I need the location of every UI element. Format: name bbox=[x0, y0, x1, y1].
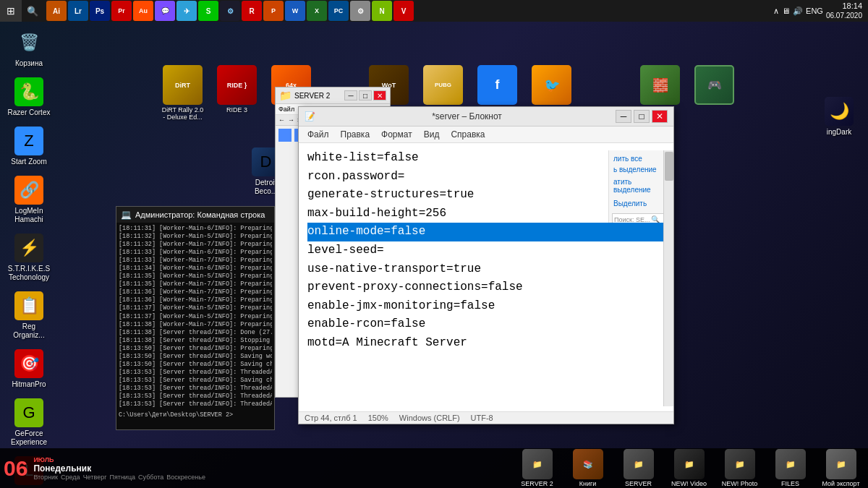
taskbar-app-r[interactable]: R bbox=[242, 1, 262, 21]
notepad-line-3: max-build-height=256 bbox=[307, 205, 665, 223]
icon-misc-right[interactable]: 🎮 bbox=[691, 65, 738, 106]
notepad-line-10: motd=A Minecraft Server bbox=[307, 334, 665, 353]
taskbar-app-prem[interactable]: Pr bbox=[111, 1, 132, 21]
icon-minecraft-char[interactable]: 🧱 bbox=[637, 65, 684, 106]
notepad-maximize-btn[interactable]: □ bbox=[634, 110, 650, 123]
nightdark-label: ingDark bbox=[827, 128, 851, 137]
explorer-maximize-btn[interactable]: □ bbox=[359, 90, 372, 100]
desktop-icon-razer[interactable]: 🐍 Razer Cortex bbox=[4, 74, 54, 120]
notepad-menu-view[interactable]: Вид bbox=[418, 128, 446, 141]
notepad-scroll-thumb bbox=[665, 152, 673, 181]
desktop-icons-left: 🗑️ Корзина 🐍 Razer Cortex Z Start Zoom 🔗… bbox=[4, 25, 54, 488]
strikes-label: S.T.R.I.K.E.S Techonology bbox=[7, 265, 51, 282]
ride-icon: RIDE } bbox=[217, 65, 257, 105]
tray-speaker[interactable]: 🔊 bbox=[793, 7, 803, 16]
taskbar-app-discord[interactable]: 💬 bbox=[155, 1, 175, 21]
day-saturday: Суббота bbox=[138, 474, 163, 481]
taskbar-apps: Ai Lr Ps Pr Au 💬 ✈ S ⚙ R P W X PC ⚙ N V bbox=[46, 1, 414, 21]
cmd-line-15: [18:13:50] [Server thread/INFO]: Prepari… bbox=[119, 345, 272, 353]
bottom-export-icon: 📁 bbox=[826, 449, 856, 479]
notepad-close-btn[interactable]: ✕ bbox=[652, 110, 668, 123]
start-button[interactable]: ⊞ bbox=[0, 0, 22, 22]
taskbar-app-word[interactable]: W bbox=[285, 1, 305, 21]
notepad-menu-help[interactable]: Справка bbox=[445, 128, 490, 141]
taskbar-app-ai[interactable]: Ai bbox=[46, 1, 67, 21]
game-icon-ride[interactable]: RIDE } RIDE 3 bbox=[213, 65, 260, 121]
desktop-icon-hitman[interactable]: 🎯 HitmanPro bbox=[4, 346, 54, 392]
taskbar-app-pc[interactable]: PC bbox=[328, 1, 349, 21]
bottom-icon-newvideo[interactable]: 📁 NEW! Video bbox=[665, 449, 712, 487]
cmd-line-1: [18:11:32] [Worker-Main-5/INFO]: Prepari… bbox=[119, 233, 272, 241]
taskbar-app-skype[interactable]: S bbox=[198, 1, 218, 21]
notepad-line-7: prevent-proxy-connections=false bbox=[307, 278, 665, 297]
dirt-icon: DiRT bbox=[163, 65, 203, 105]
cmd-line-12: [18:11:38] [Worker-Main-7/INFO]: Prepari… bbox=[119, 321, 272, 329]
notepad-menu-edit[interactable]: Правка bbox=[335, 128, 376, 141]
game-icon-dirt[interactable]: DiRT DiRT Rally 2.0- Deluxe Ed... bbox=[159, 65, 206, 121]
cmd-line-17: [18:13:50] [Server thread/INFO]: Saving … bbox=[119, 361, 272, 369]
bottom-icon-server[interactable]: 📁 SERVER bbox=[615, 449, 662, 487]
desktop-icon-hamachi[interactable]: 🔗 LogMeIn Hamachi bbox=[4, 173, 54, 227]
day-sunday: Воскресенье bbox=[166, 474, 205, 481]
notepad-scrollbar[interactable] bbox=[663, 150, 673, 406]
taskbar-app-ps[interactable]: Ps bbox=[90, 1, 110, 21]
notepad-minimize-btn[interactable]: ─ bbox=[616, 110, 631, 123]
cmd-line-14: [18:11:38] [Server thread/INFO]: Stoppin… bbox=[119, 337, 272, 345]
notepad-menu-file[interactable]: Файл bbox=[302, 128, 335, 141]
hitman-icon: 🎯 bbox=[14, 349, 43, 378]
notepad-line-2: generate-structures=true bbox=[307, 186, 665, 205]
desktop-icon-strikes[interactable]: ⚡ S.T.R.I.K.E.S Techonology bbox=[4, 231, 54, 285]
taskbar-top: ⊞ 🔍 Ai Lr Ps Pr Au 💬 ✈ S ⚙ R P W X PC ⚙ … bbox=[0, 0, 868, 22]
bottom-icon-server2[interactable]: 📁 SERVER 2 bbox=[514, 449, 561, 487]
zoom-icon: Z bbox=[14, 127, 43, 155]
taskbar-app-nvidia[interactable]: N bbox=[372, 1, 392, 21]
day-thursday: Четверг bbox=[83, 474, 107, 481]
razer-label: Razer Cortex bbox=[8, 108, 51, 117]
taskbar-app-telegram[interactable]: ✈ bbox=[176, 1, 197, 21]
right-side-icon[interactable]: 🌙 ingDark bbox=[814, 94, 864, 140]
cmd-line-11: [18:11:37] [Worker-Main-5/INFO]: Prepari… bbox=[119, 313, 272, 321]
notepad-statusbar: Стр 44, стлб 1 150% Windows (CRLF) UTF-8 bbox=[299, 411, 673, 424]
explorer-minimize-btn[interactable]: ─ bbox=[344, 90, 357, 100]
bottom-icon-books[interactable]: 📚 Книги bbox=[564, 449, 611, 487]
notepad-window: 📝 *server – Блокнот ─ □ ✕ Файл Правка Фо… bbox=[298, 106, 674, 424]
bottom-server-label: SERVER bbox=[625, 480, 652, 487]
dirt-label: DiRT Rally 2.0- Deluxe Ed... bbox=[162, 106, 204, 121]
bottom-month: ИЮЛЬ bbox=[33, 456, 205, 463]
tray-lang[interactable]: ENG bbox=[806, 7, 823, 15]
day-friday: Пятница bbox=[109, 474, 135, 481]
explorer-menu-file[interactable]: Файл bbox=[278, 106, 294, 113]
folder-ba[interactable] bbox=[278, 129, 292, 142]
explorer-titlebar: 📁 SERVER 2 ─ □ ✕ bbox=[276, 87, 390, 104]
taskbar-app-excel[interactable]: X bbox=[307, 1, 327, 21]
taskbar-app-lr[interactable]: Lr bbox=[68, 1, 88, 21]
cmd-prompt: C:\Users\Дети\Desktop\SERVER 2> bbox=[119, 411, 272, 419]
desktop-icon-geforce[interactable]: G GeForce Experience bbox=[4, 395, 54, 450]
desktop-icon-reg[interactable]: 📋 Reg Organiz... bbox=[4, 288, 54, 343]
notepad-menu-format[interactable]: Формат bbox=[375, 128, 418, 141]
notepad-content[interactable]: white-list=false rcon.password= generate… bbox=[299, 143, 673, 402]
explorer-forward-btn[interactable]: → bbox=[288, 116, 294, 124]
tray-expand[interactable]: ∧ bbox=[773, 7, 779, 16]
search-icon[interactable]: 🔍 bbox=[22, 0, 43, 22]
bottom-icon-newphoto[interactable]: 📁 NEW! Photo bbox=[716, 449, 763, 487]
bottom-server-icon: 📁 bbox=[624, 449, 654, 479]
misc-right-icon: 🎮 bbox=[694, 65, 734, 105]
taskbar-app-misc1[interactable]: ⚙ bbox=[350, 1, 370, 21]
explorer-back-btn[interactable]: ← bbox=[278, 116, 285, 124]
taskbar-app-red[interactable]: V bbox=[393, 1, 414, 21]
taskbar-app-ai2[interactable]: Au bbox=[133, 1, 153, 21]
explorer-close-btn[interactable]: ✕ bbox=[373, 90, 386, 100]
hamachi-label: LogMeIn Hamachi bbox=[7, 207, 51, 224]
desktop-icon-recycle[interactable]: 🗑️ Корзина bbox=[4, 25, 54, 71]
bottom-day-name: Понедельник bbox=[33, 463, 205, 474]
notepad-titlebar: 📝 *server – Блокнот ─ □ ✕ bbox=[299, 107, 673, 127]
bottom-icon-files[interactable]: 📁 FILES bbox=[767, 449, 814, 487]
notepad-text-area[interactable]: white-list=false rcon.password= generate… bbox=[307, 149, 665, 396]
recycle-bin-label: Корзина bbox=[15, 59, 43, 68]
desktop-icon-zoom[interactable]: Z Start Zoom bbox=[4, 124, 54, 169]
taskbar-app-ppt[interactable]: P bbox=[263, 1, 284, 21]
bottom-newphoto-icon: 📁 bbox=[725, 449, 755, 479]
bottom-icon-export[interactable]: 📁 Мой экспорт bbox=[817, 449, 864, 487]
taskbar-app-steam[interactable]: ⚙ bbox=[220, 1, 240, 21]
